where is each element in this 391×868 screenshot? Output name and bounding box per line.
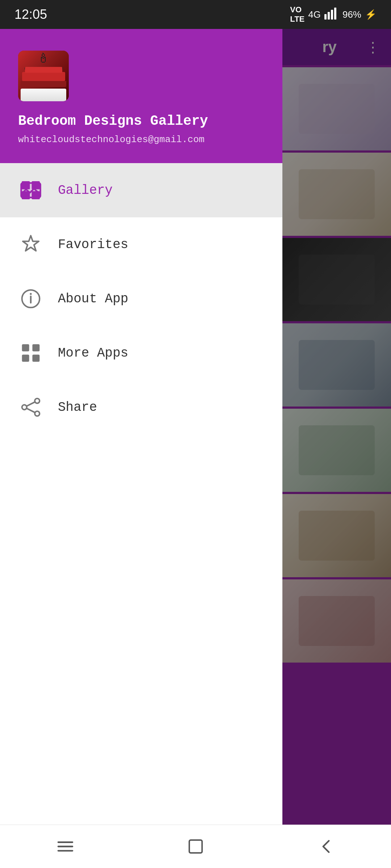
status-bar: 12:05 VOLTE 4G 96% ⚡ [0, 0, 391, 29]
nav-menu-button[interactable] [47, 832, 83, 861]
nav-home-button[interactable] [177, 832, 214, 861]
battery-bolt-icon: ⚡ [365, 9, 377, 20]
svg-point-18 [35, 399, 39, 403]
menu-item-more-apps[interactable]: More Apps [0, 326, 282, 380]
status-time: 12:05 [14, 7, 47, 22]
gallery-label: Gallery [58, 183, 113, 198]
svg-line-22 [27, 409, 35, 413]
menu-item-share[interactable]: Share [0, 380, 282, 434]
svg-rect-26 [189, 840, 202, 853]
drawer-header: 🕯 Bedroom Designs Gallery whitecloudstec… [0, 29, 282, 163]
app-email: whitecloudstechnologies@gmail.com [18, 134, 264, 145]
app-name: Bedroom Designs Gallery [18, 112, 264, 130]
svg-rect-3 [334, 8, 336, 20]
network-icon: 4G [308, 9, 321, 20]
navigation-bar [0, 825, 391, 868]
app-icon: 🕯 [18, 51, 69, 101]
gallery-icon [18, 178, 43, 203]
star-icon [18, 232, 43, 257]
svg-point-20 [35, 411, 39, 416]
share-label: Share [58, 400, 97, 415]
svg-point-13 [30, 293, 31, 295]
menu-item-favorites[interactable]: Favorites [0, 217, 282, 272]
svg-rect-1 [328, 12, 330, 20]
svg-line-21 [27, 402, 35, 406]
about-label: About App [58, 292, 128, 306]
volte-icon: VOLTE [290, 5, 304, 24]
share-icon [18, 395, 43, 420]
svg-rect-16 [22, 355, 29, 362]
main-layout: ry ⋮ [0, 29, 391, 825]
svg-rect-17 [32, 355, 39, 362]
battery-text: 96% [342, 9, 361, 20]
info-icon [18, 286, 43, 311]
svg-rect-14 [22, 344, 29, 352]
grid-icon [18, 340, 43, 366]
favorites-label: Favorites [58, 237, 128, 252]
status-icons: VOLTE 4G 96% ⚡ [290, 5, 377, 24]
svg-rect-0 [324, 14, 327, 20]
more-apps-label: More Apps [58, 346, 128, 361]
navigation-drawer: 🕯 Bedroom Designs Gallery whitecloudstec… [0, 29, 282, 825]
svg-rect-2 [331, 10, 333, 20]
menu-item-about[interactable]: About App [0, 272, 282, 326]
drawer-menu: Gallery Favorites [0, 163, 282, 825]
dim-overlay[interactable] [282, 29, 391, 825]
signal-icon [324, 7, 339, 22]
svg-rect-15 [32, 344, 39, 352]
svg-point-19 [22, 405, 27, 410]
menu-item-gallery[interactable]: Gallery [0, 163, 282, 217]
nav-back-button[interactable] [308, 832, 344, 861]
